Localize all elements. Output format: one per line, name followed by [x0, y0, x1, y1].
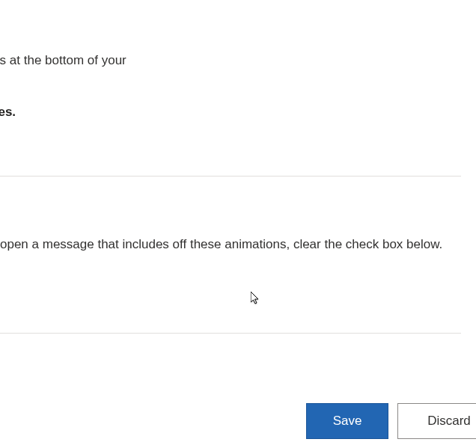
section-divider [0, 176, 461, 177]
undo-send-heading: choose how long Outlook will wait to sen… [0, 105, 393, 120]
undo-send-description: end. To cancel, select the Undo button t… [0, 51, 464, 70]
mouse-cursor-icon [251, 292, 261, 305]
section-divider-2 [0, 333, 461, 334]
animations-description: ful shapes in the reading pane when you … [0, 235, 472, 254]
dialog-button-bar: Save Discard [306, 403, 476, 439]
save-button[interactable]: Save [306, 403, 388, 439]
discard-button[interactable]: Discard [397, 403, 476, 439]
